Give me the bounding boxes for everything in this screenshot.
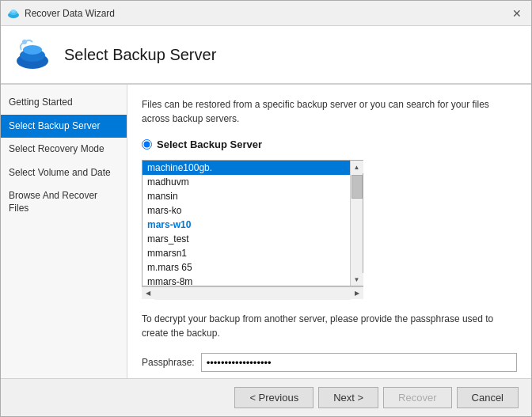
sidebar-item-select-recovery-mode[interactable]: Select Recovery Mode xyxy=(1,138,127,161)
passphrase-input[interactable] xyxy=(201,353,517,372)
scroll-up-arrow[interactable]: ▲ xyxy=(351,161,363,173)
horizontal-scrollbar[interactable]: ◀ ▶ xyxy=(142,286,363,299)
sidebar: Getting Started Select Backup Server Sel… xyxy=(1,85,127,378)
scroll-right-arrow[interactable]: ▶ xyxy=(351,287,363,300)
close-button[interactable]: ✕ xyxy=(509,6,525,21)
scroll-down-arrow[interactable]: ▼ xyxy=(351,273,363,286)
scroll-left-arrow[interactable]: ◀ xyxy=(142,287,154,300)
cancel-button[interactable]: Cancel xyxy=(457,387,519,408)
select-backup-server-radio[interactable] xyxy=(142,139,152,150)
h-scroll-track[interactable] xyxy=(154,287,351,300)
list-item[interactable]: madhuvm xyxy=(142,175,350,189)
window-title: Recover Data Wizard xyxy=(25,8,115,19)
list-item[interactable]: mmarsn1 xyxy=(142,246,350,260)
app-icon xyxy=(7,7,20,20)
passphrase-row: Passphrase: xyxy=(142,353,517,372)
list-item[interactable]: m.mars 65 xyxy=(142,260,350,275)
scroll-thumb[interactable] xyxy=(352,175,363,199)
decrypt-text: To decrypt your backup from another serv… xyxy=(142,312,517,340)
sidebar-item-browse-and-recover[interactable]: Browse And Recover Files xyxy=(1,184,127,220)
scrollbar-y[interactable]: ▲ ▼ xyxy=(350,161,363,286)
title-bar: Recover Data Wizard ✕ xyxy=(1,1,531,26)
list-item[interactable]: mars-ko xyxy=(142,203,350,218)
sidebar-item-select-volume-and-date[interactable]: Select Volume and Date xyxy=(1,161,127,185)
header-section: Select Backup Server xyxy=(1,26,531,85)
page-title: Select Backup Server xyxy=(64,46,216,64)
sidebar-item-select-backup-server[interactable]: Select Backup Server xyxy=(1,115,127,138)
window: Recover Data Wizard ✕ Select Backup Serv… xyxy=(0,0,532,417)
list-and-scrollbar: machine100gb. madhuvm mansin mars-ko mar… xyxy=(142,160,363,286)
content-area: Getting Started Select Backup Server Sel… xyxy=(1,85,531,378)
title-bar-left: Recover Data Wizard xyxy=(7,7,115,20)
recover-button[interactable]: Recover xyxy=(383,387,451,408)
list-item[interactable]: machine100gb. xyxy=(142,161,350,175)
svg-point-5 xyxy=(23,45,42,55)
footer: < Previous Next > Recover Cancel xyxy=(1,378,531,416)
svg-point-2 xyxy=(11,9,16,13)
passphrase-label: Passphrase: xyxy=(142,357,195,368)
radio-group: Select Backup Server xyxy=(142,138,517,150)
list-item[interactable]: mars-w10 xyxy=(142,218,350,232)
radio-label[interactable]: Select Backup Server xyxy=(157,138,262,150)
list-item[interactable]: mansin xyxy=(142,189,350,203)
next-button[interactable]: Next > xyxy=(318,387,378,408)
header-icon xyxy=(13,36,51,74)
main-content: Files can be restored from a specific ba… xyxy=(127,85,531,378)
list-item[interactable]: mars_test xyxy=(142,232,350,246)
sidebar-item-getting-started[interactable]: Getting Started xyxy=(1,91,127,115)
description-text: Files can be restored from a specific ba… xyxy=(142,97,517,126)
list-item[interactable]: mmars-8m xyxy=(142,275,350,286)
previous-button[interactable]: < Previous xyxy=(234,387,314,408)
server-list-wrapper: machine100gb. madhuvm mansin mars-ko mar… xyxy=(142,160,363,299)
server-list[interactable]: machine100gb. madhuvm mansin mars-ko mar… xyxy=(142,161,350,286)
svg-point-6 xyxy=(22,40,27,44)
